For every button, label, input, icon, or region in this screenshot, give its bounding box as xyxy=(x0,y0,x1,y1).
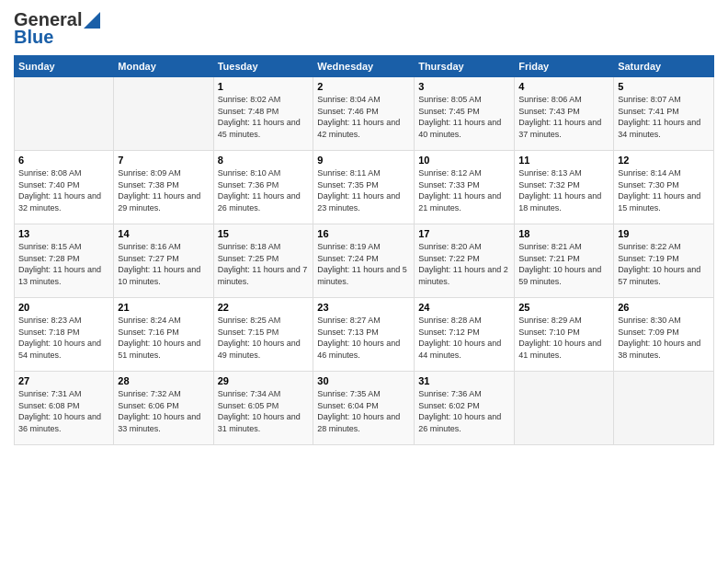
day-number: 26 xyxy=(618,302,710,313)
calendar-cell: 31Sunrise: 7:36 AM Sunset: 6:02 PM Dayli… xyxy=(415,372,515,445)
day-info: Sunrise: 8:28 AM Sunset: 7:12 PM Dayligh… xyxy=(418,315,510,361)
day-info: Sunrise: 8:21 AM Sunset: 7:21 PM Dayligh… xyxy=(518,241,609,287)
calendar-cell xyxy=(515,372,614,445)
calendar-header-row: SundayMondayTuesdayWednesdayThursdayFrid… xyxy=(15,56,714,77)
day-info: Sunrise: 8:05 AM Sunset: 7:45 PM Dayligh… xyxy=(418,94,510,140)
calendar-week-row: 27Sunrise: 7:31 AM Sunset: 6:08 PM Dayli… xyxy=(15,372,714,445)
day-info: Sunrise: 8:10 AM Sunset: 7:36 PM Dayligh… xyxy=(218,167,310,213)
day-number: 2 xyxy=(317,81,410,92)
day-info: Sunrise: 7:32 AM Sunset: 6:06 PM Dayligh… xyxy=(118,388,209,434)
calendar-cell: 20Sunrise: 8:23 AM Sunset: 7:18 PM Dayli… xyxy=(15,298,114,372)
day-info: Sunrise: 8:23 AM Sunset: 7:18 PM Dayligh… xyxy=(18,315,109,361)
calendar-cell: 17Sunrise: 8:20 AM Sunset: 7:22 PM Dayli… xyxy=(415,224,515,298)
day-info: Sunrise: 8:11 AM Sunset: 7:35 PM Dayligh… xyxy=(317,167,410,213)
calendar-cell xyxy=(15,77,114,151)
calendar-cell: 16Sunrise: 8:19 AM Sunset: 7:24 PM Dayli… xyxy=(313,224,415,298)
logo-icon xyxy=(84,12,100,29)
calendar-cell: 24Sunrise: 8:28 AM Sunset: 7:12 PM Dayli… xyxy=(415,298,515,372)
day-number: 15 xyxy=(218,228,310,239)
day-number: 18 xyxy=(518,228,609,239)
weekday-header: Wednesday xyxy=(313,56,415,77)
calendar-cell: 3Sunrise: 8:05 AM Sunset: 7:45 PM Daylig… xyxy=(415,77,515,151)
day-info: Sunrise: 8:29 AM Sunset: 7:10 PM Dayligh… xyxy=(518,315,609,361)
calendar-cell: 2Sunrise: 8:04 AM Sunset: 7:46 PM Daylig… xyxy=(313,77,415,151)
calendar-cell: 27Sunrise: 7:31 AM Sunset: 6:08 PM Dayli… xyxy=(15,372,114,445)
day-number: 27 xyxy=(18,375,109,386)
day-number: 12 xyxy=(618,155,710,166)
day-number: 9 xyxy=(317,155,410,166)
day-number: 29 xyxy=(218,375,310,386)
calendar-cell: 29Sunrise: 7:34 AM Sunset: 6:05 PM Dayli… xyxy=(213,372,313,445)
day-number: 25 xyxy=(518,302,609,313)
calendar-cell: 1Sunrise: 8:02 AM Sunset: 7:48 PM Daylig… xyxy=(213,77,313,151)
calendar-cell: 6Sunrise: 8:08 AM Sunset: 7:40 PM Daylig… xyxy=(15,151,114,224)
day-number: 3 xyxy=(418,81,510,92)
day-number: 14 xyxy=(118,228,209,239)
calendar-cell: 10Sunrise: 8:12 AM Sunset: 7:33 PM Dayli… xyxy=(415,151,515,224)
day-info: Sunrise: 8:09 AM Sunset: 7:38 PM Dayligh… xyxy=(118,167,209,213)
calendar-cell: 26Sunrise: 8:30 AM Sunset: 7:09 PM Dayli… xyxy=(614,298,714,372)
day-info: Sunrise: 8:06 AM Sunset: 7:43 PM Dayligh… xyxy=(518,94,609,140)
day-number: 30 xyxy=(317,375,410,386)
day-number: 1 xyxy=(218,81,310,92)
day-info: Sunrise: 8:19 AM Sunset: 7:24 PM Dayligh… xyxy=(317,241,410,287)
day-info: Sunrise: 8:04 AM Sunset: 7:46 PM Dayligh… xyxy=(317,94,410,140)
calendar-cell: 23Sunrise: 8:27 AM Sunset: 7:13 PM Dayli… xyxy=(313,298,415,372)
page: General Blue SundayMondayTuesdayWednesda… xyxy=(0,0,728,563)
calendar-cell: 7Sunrise: 8:09 AM Sunset: 7:38 PM Daylig… xyxy=(114,151,213,224)
logo: General Blue xyxy=(14,9,100,48)
day-info: Sunrise: 8:08 AM Sunset: 7:40 PM Dayligh… xyxy=(18,167,109,213)
day-number: 13 xyxy=(18,228,109,239)
day-number: 20 xyxy=(18,302,109,313)
calendar-cell: 19Sunrise: 8:22 AM Sunset: 7:19 PM Dayli… xyxy=(614,224,714,298)
calendar-cell: 8Sunrise: 8:10 AM Sunset: 7:36 PM Daylig… xyxy=(213,151,313,224)
calendar-week-row: 1Sunrise: 8:02 AM Sunset: 7:48 PM Daylig… xyxy=(15,77,714,151)
day-info: Sunrise: 8:24 AM Sunset: 7:16 PM Dayligh… xyxy=(118,315,209,361)
day-info: Sunrise: 7:31 AM Sunset: 6:08 PM Dayligh… xyxy=(18,388,109,434)
calendar-cell xyxy=(614,372,714,445)
day-info: Sunrise: 8:22 AM Sunset: 7:19 PM Dayligh… xyxy=(618,241,710,287)
calendar-cell: 5Sunrise: 8:07 AM Sunset: 7:41 PM Daylig… xyxy=(614,77,714,151)
calendar-week-row: 6Sunrise: 8:08 AM Sunset: 7:40 PM Daylig… xyxy=(15,151,714,224)
day-number: 8 xyxy=(218,155,310,166)
day-number: 24 xyxy=(418,302,510,313)
day-info: Sunrise: 7:35 AM Sunset: 6:04 PM Dayligh… xyxy=(317,388,410,434)
day-number: 5 xyxy=(618,81,710,92)
calendar-cell: 28Sunrise: 7:32 AM Sunset: 6:06 PM Dayli… xyxy=(114,372,213,445)
day-info: Sunrise: 8:12 AM Sunset: 7:33 PM Dayligh… xyxy=(418,167,510,213)
weekday-header: Tuesday xyxy=(213,56,313,77)
day-number: 23 xyxy=(317,302,410,313)
day-info: Sunrise: 8:02 AM Sunset: 7:48 PM Dayligh… xyxy=(218,94,310,140)
day-number: 10 xyxy=(418,155,510,166)
day-number: 6 xyxy=(18,155,109,166)
calendar-cell: 18Sunrise: 8:21 AM Sunset: 7:21 PM Dayli… xyxy=(515,224,614,298)
day-info: Sunrise: 8:14 AM Sunset: 7:30 PM Dayligh… xyxy=(618,167,710,213)
weekday-header: Thursday xyxy=(415,56,515,77)
weekday-header: Friday xyxy=(515,56,614,77)
day-number: 19 xyxy=(618,228,710,239)
calendar-cell xyxy=(114,77,213,151)
calendar-week-row: 20Sunrise: 8:23 AM Sunset: 7:18 PM Dayli… xyxy=(15,298,714,372)
calendar-cell: 15Sunrise: 8:18 AM Sunset: 7:25 PM Dayli… xyxy=(213,224,313,298)
day-info: Sunrise: 8:07 AM Sunset: 7:41 PM Dayligh… xyxy=(618,94,710,140)
logo-blue-text: Blue xyxy=(14,27,53,48)
day-number: 17 xyxy=(418,228,510,239)
day-number: 28 xyxy=(118,375,209,386)
calendar-cell: 25Sunrise: 8:29 AM Sunset: 7:10 PM Dayli… xyxy=(515,298,614,372)
day-number: 21 xyxy=(118,302,209,313)
calendar-cell: 12Sunrise: 8:14 AM Sunset: 7:30 PM Dayli… xyxy=(614,151,714,224)
calendar-cell: 14Sunrise: 8:16 AM Sunset: 7:27 PM Dayli… xyxy=(114,224,213,298)
day-info: Sunrise: 8:20 AM Sunset: 7:22 PM Dayligh… xyxy=(418,241,510,287)
day-info: Sunrise: 8:18 AM Sunset: 7:25 PM Dayligh… xyxy=(218,241,310,287)
calendar-cell: 30Sunrise: 7:35 AM Sunset: 6:04 PM Dayli… xyxy=(313,372,415,445)
day-number: 4 xyxy=(518,81,609,92)
day-number: 22 xyxy=(218,302,310,313)
calendar-cell: 21Sunrise: 8:24 AM Sunset: 7:16 PM Dayli… xyxy=(114,298,213,372)
day-info: Sunrise: 8:30 AM Sunset: 7:09 PM Dayligh… xyxy=(618,315,710,361)
weekday-header: Sunday xyxy=(15,56,114,77)
calendar-cell: 9Sunrise: 8:11 AM Sunset: 7:35 PM Daylig… xyxy=(313,151,415,224)
day-info: Sunrise: 7:34 AM Sunset: 6:05 PM Dayligh… xyxy=(218,388,310,434)
day-info: Sunrise: 8:27 AM Sunset: 7:13 PM Dayligh… xyxy=(317,315,410,361)
calendar-table: SundayMondayTuesdayWednesdayThursdayFrid… xyxy=(14,55,714,445)
day-number: 31 xyxy=(418,375,510,386)
